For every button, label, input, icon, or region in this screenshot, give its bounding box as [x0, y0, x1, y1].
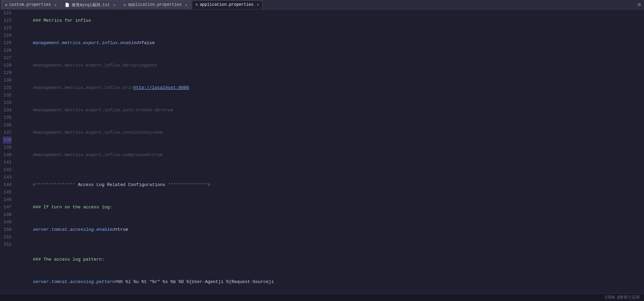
ln-129: 129 — [3, 69, 12, 77]
ln-121: 121 — [3, 10, 12, 17]
line-numbers: 121 122 123 124 125 126 127 128 129 130 … — [0, 10, 16, 294]
ln-147: 147 — [3, 204, 12, 211]
code-line-128 — [16, 166, 637, 174]
ln-144: 144 — [3, 181, 12, 189]
status-author: CSDN @青青兰花草 — [605, 295, 640, 300]
ln-126: 126 — [3, 47, 12, 54]
ln-151: 151 — [3, 233, 12, 241]
ln-130: 130 — [3, 77, 12, 84]
editor-area: 121 122 123 124 125 126 127 128 129 130 … — [0, 10, 644, 294]
tab-label: custom.properties — [10, 2, 51, 7]
properties-icon-3: ⚙ — [196, 2, 198, 7]
ln-133: 133 — [3, 99, 12, 107]
code-line-131: server.tomcat.accesslog.enabled=true — [16, 219, 637, 241]
ln-122: 122 — [3, 17, 12, 24]
tab-application-properties-1[interactable]: ⚙ application.properties ✕ — [120, 0, 191, 9]
code-line-125: #management.metrics.export.influx.auto-c… — [16, 99, 637, 121]
tab-label: application.properties — [200, 2, 253, 7]
code-content[interactable]: ### Metrics for influx management.metric… — [16, 10, 644, 294]
tab-label: 修复mysql漏洞.txt — [72, 2, 110, 8]
code-line-123: #management.metrics.export.influx.db=spr… — [16, 54, 637, 77]
ln-137: 137 — [3, 129, 12, 136]
tab-close-custom[interactable]: ✕ — [54, 3, 57, 7]
status-bar: CSDN @青青兰花草 — [0, 294, 644, 301]
ln-145: 145 — [3, 189, 12, 196]
tab-label: application.properties — [128, 2, 182, 7]
txt-icon: 📄 — [65, 3, 70, 7]
code-line-122: management.metrics.export.influx.enabled… — [16, 32, 637, 54]
ln-125: 125 — [3, 39, 12, 47]
code-line-135 — [16, 293, 637, 294]
tab-close-app2[interactable]: ✕ — [257, 2, 259, 7]
code-line-132 — [16, 241, 637, 248]
tab-close-app1[interactable]: ✕ — [185, 3, 187, 7]
ln-134: 134 — [3, 107, 12, 114]
properties-icon-2: ⚙ — [124, 3, 126, 7]
ln-139: 139 — [3, 144, 12, 151]
ln-136: 136 — [3, 121, 12, 129]
ln-138: 138 — [3, 136, 12, 144]
code-line-134: server.tomcat.accesslog.pattern=%h %l %u… — [16, 271, 637, 293]
ln-128: 128 — [3, 62, 12, 69]
ln-132: 132 — [3, 92, 12, 99]
ln-127: 127 — [3, 54, 12, 62]
ln-141: 141 — [3, 159, 12, 166]
ln-143: 143 — [3, 174, 12, 181]
code-line-126: #management.metrics.export.influx.consis… — [16, 121, 637, 144]
collapse-button[interactable]: ⊟ — [636, 2, 643, 7]
code-line-124: #management.metrics.export.influx.uri=ht… — [16, 77, 637, 99]
ln-152: 152 — [3, 241, 12, 248]
ln-131: 131 — [3, 84, 12, 92]
ln-149: 149 — [3, 219, 12, 226]
tab-application-properties-2[interactable]: ⚙ application.properties ✕ — [192, 0, 263, 9]
ln-135: 135 — [3, 114, 12, 121]
tab-custom-properties[interactable]: ⚙ custom.properties ✕ — [1, 0, 60, 9]
code-line-130: ### If turn on the access log: — [16, 196, 637, 219]
code-line-127: #management.metrics.export.influx.compre… — [16, 144, 637, 166]
code-line-121: ### Metrics for influx — [16, 10, 637, 32]
ln-150: 150 — [3, 226, 12, 233]
code-line-129: #*************** Access Log Related Conf… — [16, 174, 637, 196]
ln-148: 148 — [3, 211, 12, 219]
tab-mysql-txt[interactable]: 📄 修复mysql漏洞.txt ✕ — [61, 0, 119, 9]
ln-140: 140 — [3, 151, 12, 159]
ln-146: 146 — [3, 196, 12, 204]
ln-142: 142 — [3, 166, 12, 174]
code-line-133: ### The access log pattern: — [16, 248, 637, 271]
properties-icon: ⚙ — [5, 3, 7, 7]
tab-close-mysql[interactable]: ✕ — [113, 3, 115, 7]
ln-123: 123 — [3, 24, 12, 32]
ln-124: 124 — [3, 32, 12, 39]
tab-bar: ⚙ custom.properties ✕ 📄 修复mysql漏洞.txt ✕ … — [0, 0, 644, 10]
